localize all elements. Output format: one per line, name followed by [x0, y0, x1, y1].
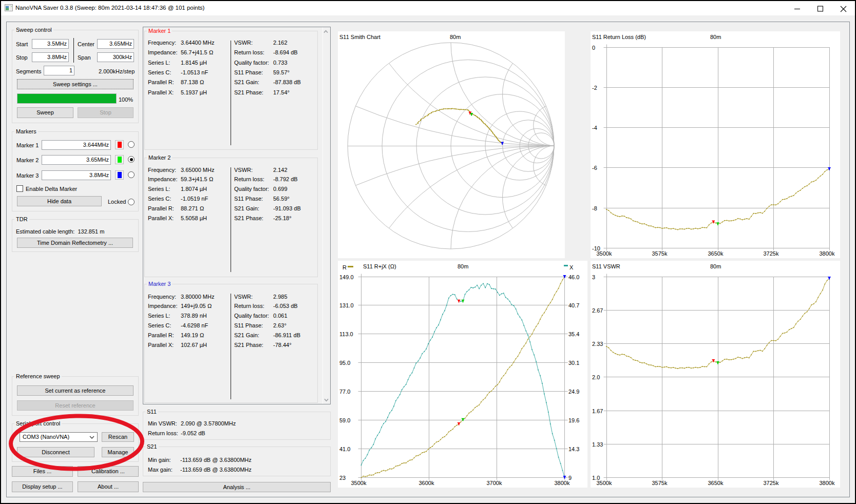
svg-text:80m: 80m	[450, 34, 461, 40]
svg-text:80m: 80m	[710, 34, 721, 40]
svg-text:80m: 80m	[458, 263, 468, 269]
svg-text:14.3: 14.3	[568, 446, 579, 452]
svg-text:1.67: 1.67	[592, 408, 603, 414]
svg-text:80m: 80m	[710, 263, 721, 269]
svg-text:3650k: 3650k	[708, 250, 724, 257]
svg-text:3700k: 3700k	[487, 480, 502, 486]
svg-text:3800k: 3800k	[820, 480, 835, 486]
svg-text:3800k: 3800k	[555, 480, 570, 486]
svg-text:3575k: 3575k	[652, 250, 668, 257]
svg-text:19.6: 19.6	[568, 417, 579, 423]
svg-text:46.0: 46.0	[568, 274, 579, 280]
svg-text:113.0: 113.0	[339, 331, 353, 337]
svg-text:3800k: 3800k	[820, 250, 835, 257]
svg-text:35.4: 35.4	[568, 331, 579, 337]
svg-text:77.0: 77.0	[339, 389, 350, 395]
svg-text:3725k: 3725k	[764, 480, 779, 486]
svg-text:1.33: 1.33	[592, 441, 603, 448]
svg-text:0: 0	[592, 45, 595, 51]
svg-text:X: X	[569, 264, 574, 270]
svg-text:-6: -6	[592, 165, 597, 171]
svg-text:95.0: 95.0	[339, 360, 350, 366]
svg-text:-2: -2	[592, 85, 597, 91]
svg-text:S11 Return Loss (dB): S11 Return Loss (dB)	[592, 34, 646, 40]
svg-text:3500k: 3500k	[351, 480, 367, 486]
svg-text:S11 VSWR: S11 VSWR	[592, 263, 620, 269]
svg-text:3725k: 3725k	[764, 250, 779, 257]
svg-text:40.7: 40.7	[568, 302, 579, 308]
svg-text:23: 23	[339, 475, 346, 481]
svg-text:-4: -4	[592, 125, 597, 131]
svg-text:2.67: 2.67	[592, 307, 603, 314]
svg-text:30.1: 30.1	[568, 360, 579, 366]
svg-text:-8: -8	[592, 205, 597, 211]
svg-text:R: R	[343, 264, 347, 270]
svg-text:149.0: 149.0	[339, 274, 354, 280]
svg-text:S11 R+jX (Ω): S11 R+jX (Ω)	[363, 263, 396, 269]
svg-text:3650k: 3650k	[708, 480, 724, 486]
svg-text:3500k: 3500k	[597, 480, 612, 486]
svg-text:3600k: 3600k	[419, 480, 434, 486]
svg-text:2.0: 2.0	[592, 374, 600, 380]
svg-text:3500k: 3500k	[597, 250, 612, 257]
svg-text:3: 3	[592, 274, 595, 280]
svg-text:3575k: 3575k	[652, 480, 668, 486]
svg-text:59.0: 59.0	[339, 417, 350, 423]
svg-text:24.9: 24.9	[568, 389, 579, 395]
svg-text:2.33: 2.33	[592, 341, 603, 347]
svg-text:S11 Smith Chart: S11 Smith Chart	[339, 34, 381, 40]
svg-text:131.0: 131.0	[339, 302, 354, 308]
svg-text:41.0: 41.0	[339, 446, 350, 452]
